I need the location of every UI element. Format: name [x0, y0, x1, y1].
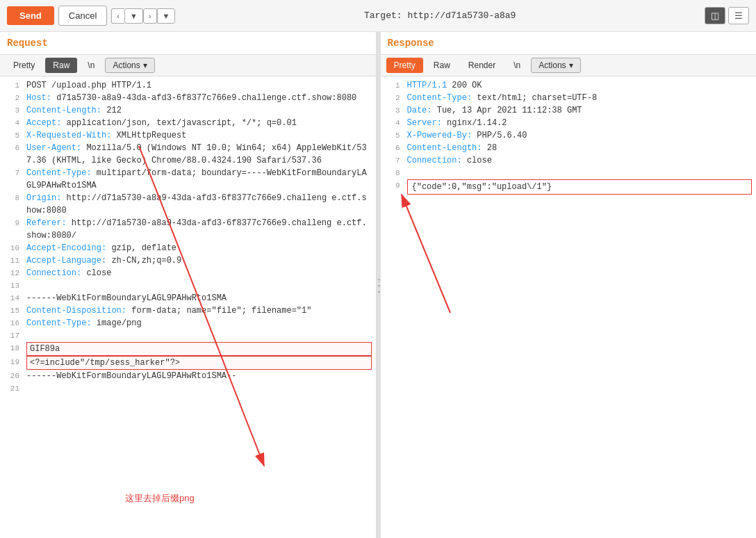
actions-dropdown-icon: ▾ [143, 60, 147, 70]
table-row: 6 User-Agent: Mozilla/5.0 (Windows NT 10… [0, 142, 376, 167]
table-row: 18 GIF89a [0, 342, 376, 356]
tab-request-raw[interactable]: Raw [45, 58, 77, 73]
list-view-button[interactable]: ☰ [728, 7, 749, 24]
response-code-content[interactable]: 1 HTTP/1.1 200 OK 2 Content-Type: text/h… [381, 76, 757, 538]
response-header: Response [381, 32, 757, 55]
table-row: 13 [0, 279, 376, 292]
response-tabs: Pretty Raw Render \n Actions ▾ [381, 55, 757, 76]
request-panel: Request Pretty Raw \n Actions ▾ 1 POST /… [0, 32, 377, 538]
tab-response-actions[interactable]: Actions ▾ [531, 58, 580, 73]
table-row: 9 {"code":0,"msg":"upload\/1"} [381, 179, 757, 195]
send-button[interactable]: Send [7, 6, 54, 25]
table-row: 1 HTTP/1.1 200 OK [381, 79, 757, 92]
tab-response-newline[interactable]: \n [506, 58, 528, 73]
request-code-content[interactable]: 1 POST /upload.php HTTP/1.1 2 Host: d71a… [0, 76, 376, 538]
nav-next-button[interactable]: › [143, 8, 157, 24]
tab-request-pretty[interactable]: Pretty [6, 58, 42, 73]
target-url: Target: http://d71a5730-a8a9 [364, 10, 516, 21]
tab-request-actions[interactable]: Actions ▾ [105, 58, 154, 73]
table-row: 10 Accept-Encoding: gzip, deflate [0, 242, 376, 254]
table-row: 4 Accept: application/json, text/javascr… [0, 117, 376, 129]
request-header: Request [0, 32, 376, 55]
table-row: 4 Server: nginx/1.14.2 [381, 117, 757, 129]
cancel-button[interactable]: Cancel [58, 6, 107, 26]
toolbar: Send Cancel ‹ ▼ › ▼ Target: http://d71a5… [0, 0, 756, 32]
table-row: 7 Content-Type: multipart/form-data; bou… [0, 167, 376, 192]
table-row: 2 Content-Type: text/html; charset=UTF-8 [381, 92, 757, 104]
table-row: 11 Accept-Language: zh-CN,zh;q=0.9 [0, 254, 376, 267]
toolbar-left: Send Cancel ‹ ▼ › ▼ [7, 6, 175, 26]
table-row: 15 Content-Disposition: form-data; name=… [0, 304, 376, 317]
table-row: 16 Content-Type: image/png [0, 317, 376, 329]
table-row: 5 X-Requested-With: XMLHttpRequest [0, 129, 376, 142]
toolbar-icons: ◫ ☰ [705, 7, 749, 24]
table-row: 3 Content-Length: 212 [0, 104, 376, 117]
table-row: 14 ------WebKitFormBoundaryLAGL9PAHwRto1… [0, 292, 376, 304]
nav-prev-dropdown-button[interactable]: ▼ [124, 8, 143, 24]
tab-response-render[interactable]: Render [461, 58, 503, 73]
annotation-label-chinese: 这里去掉后缀png [125, 492, 195, 505]
response-panel: Response Pretty Raw Render \n Actions ▾ … [381, 32, 757, 538]
table-row: 5 X-Powered-By: PHP/5.6.40 [381, 129, 757, 142]
table-row: 19 <?=include"/tmp/sess_harker"?> [0, 356, 376, 370]
tab-response-raw[interactable]: Raw [426, 58, 458, 73]
table-row: 21 [0, 382, 376, 395]
table-row: 17 [0, 329, 376, 342]
nav-prev-button[interactable]: ‹ [111, 8, 124, 24]
panels: Request Pretty Raw \n Actions ▾ 1 POST /… [0, 32, 756, 538]
table-row: 9 Referer: http://d71a5730-a8a9-43da-afd… [0, 217, 376, 242]
table-row: 6 Content-Length: 28 [381, 142, 757, 154]
table-row: 1 POST /upload.php HTTP/1.1 [0, 79, 376, 92]
table-row: 20 ------WebKitFormBoundaryLAGL9PAHwRto1… [0, 370, 376, 382]
response-actions-dropdown-icon: ▾ [569, 60, 573, 70]
tab-response-pretty[interactable]: Pretty [386, 58, 423, 73]
table-row: 3 Date: Tue, 13 Apr 2021 11:12:38 GMT [381, 104, 757, 117]
svg-line-3 [402, 195, 450, 313]
nav-group: ‹ ▼ › ▼ [111, 8, 175, 24]
table-row: 2 Host: d71a5730-a8a9-43da-afd3-6f8377c7… [0, 92, 376, 104]
table-row: 8 Origin: http://d71a5730-a8a9-43da-afd3… [0, 192, 376, 217]
table-row: 8 [381, 167, 757, 179]
nav-next-dropdown-button[interactable]: ▼ [157, 8, 176, 24]
table-row: 12 Connection: close [0, 267, 376, 279]
tab-request-newline[interactable]: \n [80, 58, 102, 73]
request-tabs: Pretty Raw \n Actions ▾ [0, 55, 376, 76]
table-row: 7 Connection: close [381, 154, 757, 167]
split-view-button[interactable]: ◫ [705, 7, 725, 24]
